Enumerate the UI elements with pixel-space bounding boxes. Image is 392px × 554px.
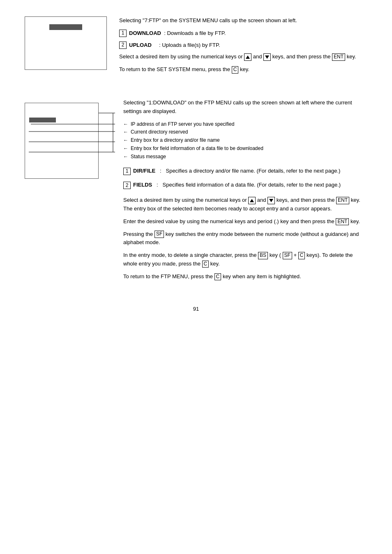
highlight-bar-2 — [29, 118, 56, 122]
annotation-3: ← Entry box for field information of a d… — [123, 145, 367, 152]
item1-num: 1 — [119, 30, 127, 37]
and-text: and — [253, 53, 263, 60]
ann-text-3: Entry box for field information of a dat… — [131, 145, 263, 152]
arrow-4: ← — [123, 153, 128, 160]
ann-text-0: IP address of an FTP server you have spe… — [131, 121, 234, 128]
section2-description: Selecting "1:DOWNLOAD" on the FTP MENU c… — [115, 99, 367, 285]
section2-intro: Selecting "1:DOWNLOAD" on the FTP MENU c… — [123, 99, 367, 116]
section2-para1: Select a desired item by using the numer… — [123, 196, 367, 213]
section2-para4: In the entry mode, to delete a single ch… — [123, 251, 367, 268]
tri-up-icon-2 — [250, 199, 254, 202]
s2-p5-start: To return to the FTP MENU, press the — [123, 273, 213, 279]
s2-item1-content: DIR/FILE : Specifies a directory and/or … — [133, 167, 340, 175]
section2-item1: 1 DIR/FILE : Specifies a directory and/o… — [123, 167, 367, 175]
nav-text: Select a desired item by using the numer… — [119, 53, 243, 60]
s2-p1-mid: keys, and then press the — [277, 197, 335, 203]
ann-text-1: Current directory reserved — [131, 129, 188, 136]
up-arrow-key — [244, 53, 251, 61]
s2-p4-mid: key ( — [270, 252, 281, 258]
section1-nav: Select a desired item by using the numer… — [119, 53, 367, 61]
s2-item1-num: 1 — [123, 168, 131, 175]
s2-sf-key2: SF — [283, 252, 292, 259]
item2-num: 2 — [119, 42, 127, 49]
screen-illustration-1 — [25, 16, 107, 70]
page-body: { "section1": { "intro": "Selecting \"7:… — [0, 0, 392, 554]
page-container: Selecting "7:FTP" on the SYSTEM MENU cal… — [25, 16, 367, 312]
s2-c-key2: C — [298, 252, 305, 259]
annotation-1: ← Current directory reserved — [123, 129, 367, 136]
s2-item2-desc: Specifies field information of a data fi… — [163, 182, 341, 188]
s2-p2-text: Enter the desired value by using the num… — [123, 218, 334, 224]
section2-para2: Enter the desired value by using the num… — [123, 217, 367, 226]
annotation-2: ← Entry box for a directory and/or file … — [123, 137, 367, 144]
s2-item1-desc: Specifies a directory and/or file name. … — [166, 168, 340, 174]
return-text: To return to the SET SYSTEM menu, press … — [119, 66, 230, 72]
c-key-1: C — [232, 66, 239, 74]
s2-bs-key: BS — [258, 252, 268, 259]
section1-intro: Selecting "7:FTP" on the SYSTEM MENU cal… — [119, 16, 367, 25]
s2-sf-key: SF — [154, 231, 164, 238]
section2: Selecting "1:DOWNLOAD" on the FTP MENU c… — [25, 99, 367, 285]
item2-desc: Uploads a file(s) by FTP. — [162, 42, 220, 48]
arrow-2: ← — [123, 137, 128, 144]
section1-item2: 2 UPLOAD : Uploads a file(s) by FTP. — [119, 41, 367, 50]
s2-ent-key-2: ENT — [336, 218, 349, 226]
s2-c-key3: C — [202, 261, 209, 268]
down-arrow-key — [263, 53, 271, 61]
section1-return: To return to the SET SYSTEM menu, press … — [119, 65, 367, 74]
section1-description: Selecting "7:FTP" on the SYSTEM MENU cal… — [119, 16, 367, 78]
ann-text-2: Entry box for a directory and/or file na… — [131, 137, 220, 144]
s2-c-key4: C — [214, 273, 221, 281]
annotations-list: ← IP address of an FTP server you have s… — [123, 121, 367, 160]
section1-item1: 1 DOWNLOAD : Downloads a file by FTP. — [119, 29, 367, 38]
left-panel-2 — [25, 99, 115, 179]
return-text2: key. — [240, 66, 249, 72]
nav-text3: key. — [347, 53, 356, 60]
annotation-4: ← Status message — [123, 153, 367, 160]
arrow-0: ← — [123, 121, 128, 128]
section2-item2: 2 FIELDS : Specifies field information o… — [123, 181, 367, 189]
s2-p2-end: key. — [350, 218, 360, 224]
section2-para3: Pressing the SF key switches the entry m… — [123, 230, 367, 247]
s2-item2-content: FIELDS : Specifies field information of … — [133, 181, 341, 189]
s2-item2-num: 2 — [123, 182, 131, 189]
highlight-bar-1 — [49, 24, 82, 30]
item1-text: DOWNLOAD : Downloads a file by FTP. — [129, 29, 226, 38]
nav-text2: keys, and then press the — [272, 53, 331, 60]
tri-down-icon-2 — [269, 199, 273, 202]
s2-item2-label: FIELDS — [133, 182, 152, 188]
annotation-0: ← IP address of an FTP server you have s… — [123, 121, 367, 128]
section2-para5: To return to the FTP MENU, press the C k… — [123, 272, 367, 281]
item1-desc: Downloads a file by FTP. — [167, 30, 226, 36]
arrow-3: ← — [123, 145, 128, 152]
s2-item2-sep: : — [154, 182, 161, 188]
screen-illustration-2 — [25, 103, 99, 179]
s2-p5-end: key when any item is highlighted. — [223, 273, 301, 279]
ent-key-1: ENT — [332, 53, 345, 61]
s2-p3-start: Pressing the — [123, 231, 153, 237]
s2-plus: + — [294, 252, 297, 258]
s2-p4-start: In the entry mode, to delete a single ch… — [123, 252, 256, 258]
arrow-1: ← — [123, 129, 128, 136]
s2-and: and — [257, 197, 267, 203]
section1: Selecting "7:FTP" on the SYSTEM MENU cal… — [25, 16, 367, 78]
s2-ent-key: ENT — [336, 197, 349, 204]
page-number: 91 — [25, 306, 367, 312]
tri-up-icon — [246, 55, 250, 59]
s2-down-key — [267, 197, 275, 204]
s2-item1-label: DIR/FILE — [133, 168, 155, 174]
item2-text: UPLOAD : Uploads a file(s) by FTP. — [129, 41, 220, 50]
ann-text-4: Status message — [131, 153, 166, 160]
item2-label: UPLOAD — [129, 42, 152, 48]
tri-down-icon — [265, 55, 269, 59]
s2-p4-end: key. — [210, 261, 220, 267]
s2-p1-text: Select a desired item by using the numer… — [123, 197, 247, 203]
s2-item1-sep: : — [157, 168, 164, 174]
s2-up-key — [248, 197, 256, 204]
item1-label: DOWNLOAD — [129, 30, 161, 36]
